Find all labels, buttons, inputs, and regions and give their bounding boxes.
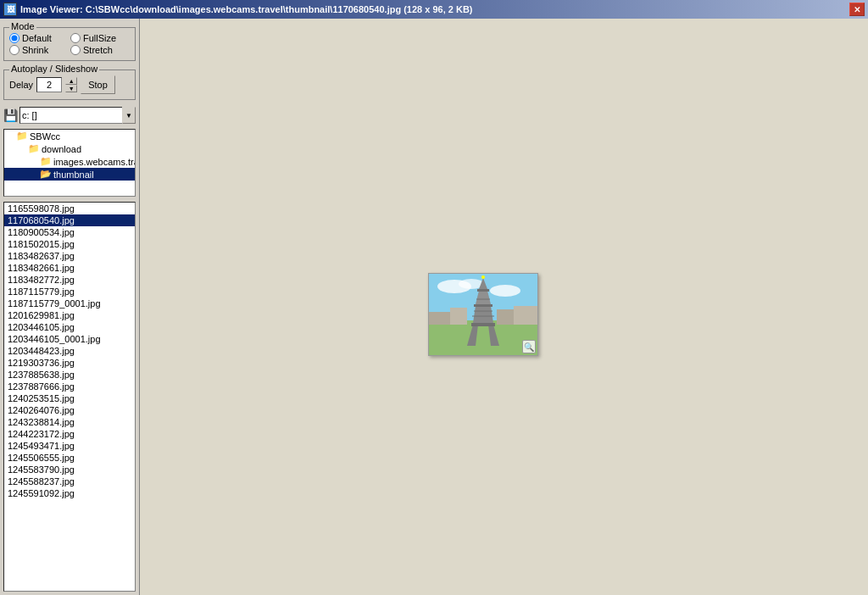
svg-rect-15 <box>477 289 489 292</box>
image-canvas: 🔍 <box>429 274 537 355</box>
mode-stretch[interactable]: Stretch <box>70 45 130 55</box>
svg-rect-13 <box>474 304 492 307</box>
file-item[interactable]: 1180900534.jpg <box>4 226 135 238</box>
file-list[interactable]: 1165598078.jpg1170680540.jpg1180900534.j… <box>3 202 136 592</box>
spinner-down-button[interactable]: ▼ <box>65 85 77 92</box>
tree-item-label: SBWcc <box>30 131 60 142</box>
close-button[interactable]: ✕ <box>849 3 865 16</box>
svg-rect-11 <box>471 323 495 326</box>
title-text: Image Viewer: C:\SBWcc\download\images.w… <box>20 4 473 14</box>
file-item[interactable]: 1170680540.jpg <box>4 214 135 226</box>
image-preview: 🔍 <box>428 273 538 356</box>
file-item[interactable]: 1245583790.jpg <box>4 464 135 475</box>
tree-item-download[interactable]: 📁 download <box>4 142 135 155</box>
mode-group: Mode Default FullSize Shrink Stretch <box>3 27 136 61</box>
left-panel: Mode Default FullSize Shrink Stretch <box>0 19 140 595</box>
file-item[interactable]: 1183482661.jpg <box>4 262 135 274</box>
file-item[interactable]: 1203446105.jpg <box>4 321 135 333</box>
drive-icon: 💾 <box>3 108 18 122</box>
mode-shrink[interactable]: Shrink <box>9 45 69 55</box>
drive-selector: 💾 c: [] d: [] ▼ <box>3 107 136 124</box>
file-item[interactable]: 1181502015.jpg <box>4 238 135 250</box>
file-item[interactable]: 1183482637.jpg <box>4 250 135 262</box>
svg-point-3 <box>490 285 520 297</box>
file-item[interactable]: 1187115779.jpg <box>4 286 135 298</box>
preview-area: 🔍 <box>140 19 868 595</box>
file-item[interactable]: 1219303736.jpg <box>4 357 135 369</box>
mode-fullsize-label: FullSize <box>83 33 116 43</box>
file-item[interactable]: 1237887666.jpg <box>4 381 135 392</box>
stop-button[interactable]: Stop <box>81 75 115 94</box>
mode-group-label: Mode <box>9 21 36 31</box>
file-item[interactable]: 1243238814.jpg <box>4 416 135 428</box>
file-item[interactable]: 1245591092.jpg <box>4 487 135 499</box>
delay-label: Delay <box>9 80 33 90</box>
autoplay-group: Autoplay / Slideshow Delay ▲ ▼ Stop <box>3 70 136 100</box>
mode-default[interactable]: Default <box>9 33 69 43</box>
file-item[interactable]: 1165598078.jpg <box>4 203 135 214</box>
delay-input[interactable] <box>36 77 62 92</box>
tree-item-thumbnail[interactable]: 📂 thumbnail <box>4 168 135 181</box>
mode-shrink-label: Shrink <box>22 45 48 55</box>
mode-stretch-radio[interactable] <box>70 45 81 55</box>
file-item[interactable]: 1187115779_0001.jpg <box>4 298 135 309</box>
svg-rect-6 <box>450 308 467 325</box>
folder-icon: 📁 <box>16 131 28 142</box>
file-item[interactable]: 1237885638.jpg <box>4 369 135 381</box>
mode-fullsize[interactable]: FullSize <box>70 33 130 43</box>
drive-combo[interactable]: c: [] d: [] <box>19 107 123 124</box>
mode-radio-group: Default FullSize Shrink Stretch <box>9 33 130 55</box>
file-item[interactable]: 1245493471.jpg <box>4 440 135 452</box>
folder-tree[interactable]: 📁 SBWcc 📁 download 📁 images.webcams.tra … <box>3 129 136 197</box>
file-item[interactable]: 1244223172.jpg <box>4 428 135 440</box>
app-icon: 🖼 <box>3 3 17 16</box>
folder-icon: 📁 <box>28 143 40 154</box>
mode-default-label: Default <box>22 33 52 43</box>
title-bar-left: 🖼 Image Viewer: C:\SBWcc\download\images… <box>3 3 473 16</box>
zoom-icon[interactable]: 🔍 <box>522 340 536 353</box>
zoom-icon-glyph: 🔍 <box>524 342 534 352</box>
tree-item-label: thumbnail <box>53 170 94 180</box>
file-item[interactable]: 1183482772.jpg <box>4 274 135 286</box>
svg-rect-8 <box>514 306 537 325</box>
mode-default-radio[interactable] <box>9 33 19 43</box>
file-item[interactable]: 1203446105_0001.jpg <box>4 333 135 345</box>
mode-fullsize-radio[interactable] <box>70 33 81 43</box>
file-item[interactable]: 1201629981.jpg <box>4 309 135 321</box>
file-item[interactable]: 1203448423.jpg <box>4 345 135 357</box>
file-item[interactable]: 1245588237.jpg <box>4 475 135 487</box>
tree-item-sbwcc[interactable]: 📁 SBWcc <box>4 130 135 142</box>
autoplay-controls: Delay ▲ ▼ Stop <box>9 75 130 94</box>
file-item[interactable]: 1245506555.jpg <box>4 452 135 464</box>
spinner-up-button[interactable]: ▲ <box>65 77 77 85</box>
file-item[interactable]: 1240264076.jpg <box>4 404 135 416</box>
title-bar: 🖼 Image Viewer: C:\SBWcc\download\images… <box>0 0 868 19</box>
tree-item-images-webcams[interactable]: 📁 images.webcams.tra <box>4 155 135 168</box>
file-item[interactable]: 1240253515.jpg <box>4 392 135 404</box>
folder-icon: 📁 <box>40 156 52 167</box>
tree-item-label: images.webcams.tra <box>53 157 136 167</box>
drive-combo-arrow[interactable]: ▼ <box>122 107 136 124</box>
delay-spinner: ▲ ▼ <box>65 77 77 92</box>
main-container: Mode Default FullSize Shrink Stretch <box>0 19 868 595</box>
autoplay-group-label: Autoplay / Slideshow <box>9 64 99 74</box>
mode-shrink-radio[interactable] <box>9 45 19 55</box>
mode-stretch-label: Stretch <box>83 45 113 55</box>
svg-marker-12 <box>473 306 493 323</box>
open-folder-icon: 📂 <box>40 169 52 180</box>
tree-item-label: download <box>42 144 81 154</box>
svg-point-20 <box>481 275 485 279</box>
